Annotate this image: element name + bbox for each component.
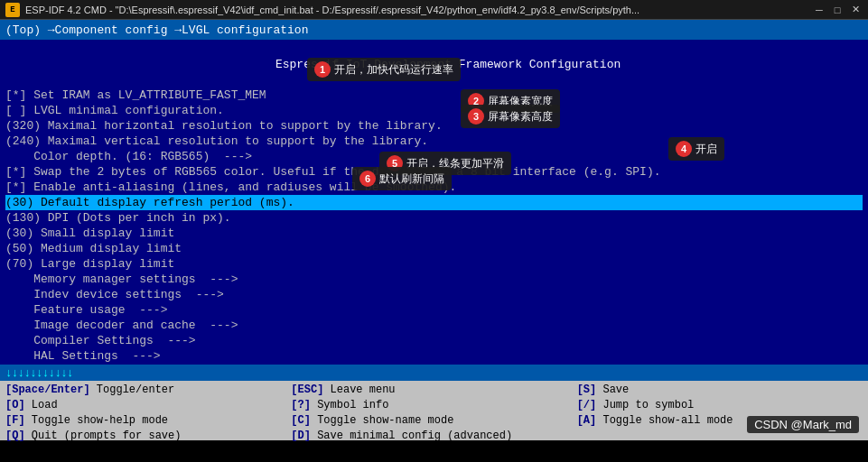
terminal-line[interactable]: [ ] LVGL minimal configuration. [5,103,863,118]
terminal-line[interactable]: [*] Set IRAM as LV_ATTRIBUTE_FAST_MEM [5,88,863,103]
csdn-badge: CSDN @Mark_md [747,416,859,433]
app-icon: E [5,3,20,17]
terminal-line[interactable]: Log Settings ---> [5,364,863,365]
key-row: [ESC] Leave menu [291,383,576,397]
terminal-line[interactable]: (70) Large display limit [5,256,863,272]
breadcrumb-bar: (Top) →Component config →LVGL configurat… [0,20,868,40]
key-col-2: [ESC] Leave menu[?] Symbol info[C] Toggl… [291,383,576,443]
key-row: [D] Save minimal config (advanced) [291,429,576,443]
terminal-line[interactable]: Memory manager settings ---> [5,272,863,287]
terminal-line[interactable]: Compiler Settings ---> [5,333,863,348]
title-bar: E ESP-IDF 4.2 CMD - "D:\Espressif\.espre… [0,0,868,20]
terminal-line[interactable]: (30) Small display limit [5,226,863,241]
key-row: [/] Jump to symbol [577,398,863,412]
scroll-indicator: ↓↓↓↓↓↓↓↓↓↓↓ [5,366,73,380]
maximize-button[interactable]: □ [830,3,845,17]
terminal-line[interactable]: (130) DPI (Dots per inch in px). [5,210,863,226]
key-col-1: [Space/Enter] Toggle/enter[O] Load[F] To… [5,383,291,443]
status-bar: ↓↓↓↓↓↓↓↓↓↓↓ [0,365,868,381]
terminal-line[interactable]: (50) Medium display limit [5,241,863,256]
annotation-circle: 6 [359,171,376,187]
window-title: ESP-IDF 4.2 CMD - "D:\Espressif\.espress… [25,5,639,15]
terminal-line[interactable]: (30) Default display refresh period (ms)… [5,195,863,210]
breadcrumb: (Top) →Component config →LVGL configurat… [5,23,308,37]
key-col-3: [S] Save[/] Jump to symbol[A] Toggle sho… [577,383,863,443]
minimize-button[interactable]: ─ [812,3,826,17]
key-row: [S] Save [577,383,863,397]
lines-container: [*] Set IRAM as LV_ATTRIBUTE_FAST_MEM[ ]… [5,88,863,365]
annotation-circle: 4 [676,141,692,157]
close-button[interactable]: ✕ [848,3,863,17]
annotation-1: 1开启，加快代码运行速率 [307,58,461,81]
key-row: [?] Symbol info [291,398,576,412]
terminal-line[interactable]: (240) Maximal vertical resolution to sup… [5,134,863,149]
terminal-line[interactable]: Feature usage ---> [5,302,863,318]
annotation-4: 4开启 [668,137,724,161]
key-row: [F] Toggle show-help mode [5,413,291,428]
key-row: [C] Toggle show-name mode [291,413,576,428]
title-bar-left: E ESP-IDF 4.2 CMD - "D:\Espressif\.espre… [5,3,639,17]
annotation-circle: 1 [314,61,331,78]
key-help: [Space/Enter] Toggle/enter[O] Load[F] To… [0,381,868,440]
key-row: [Space/Enter] Toggle/enter [5,383,291,397]
terminal-line[interactable]: Image decoder and cache ---> [5,318,863,333]
title-controls: ─ □ ✕ [812,3,863,17]
annotation-6: 6默认刷新间隔 [352,167,452,190]
key-row: [Q] Quit (prompts for save) [5,429,291,443]
key-row: [O] Load [5,398,291,412]
terminal: Espressif IoT Development Framework Conf… [0,40,868,365]
terminal-line[interactable]: HAL Settings ---> [5,348,863,364]
annotation-circle: 3 [468,108,484,125]
terminal-line[interactable]: (320) Maximal horizontal resolution to s… [5,118,863,134]
annotation-3: 3屏幕像素高度 [461,105,560,128]
terminal-line[interactable]: Indev device settings ---> [5,287,863,302]
